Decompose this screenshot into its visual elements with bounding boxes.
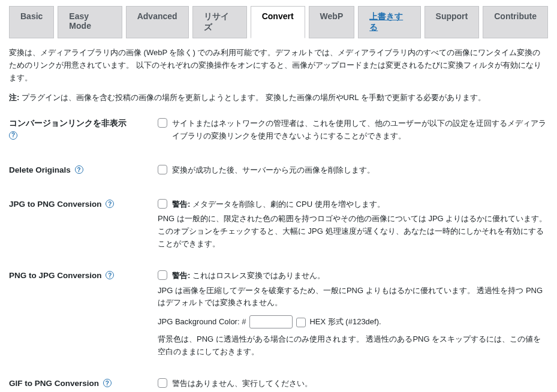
help-icon[interactable]: ? [106, 271, 114, 279]
row-png-to-jpg: PNG to JPG Conversion ? 警告: これはロスレス変換ではあ… [9, 270, 548, 358]
checkbox-text-png-to-jpg: 警告: これはロスレス変換ではありません。 [172, 270, 548, 282]
label-gif-to-png: GIF to PNG Conversion ? [9, 378, 158, 390]
row-hide-conversion-links: コンバージョンリンクを非表示 ? サイトまたはネットワークの管理者は、これを使用… [9, 117, 548, 145]
checkbox-png-to-jpg[interactable] [158, 270, 167, 280]
note-text: 注: プラグインは、画像を含む投稿の画像の場所を更新しようとします。 変換した画… [9, 92, 548, 104]
warn-label-png-to-jpg: 警告: [172, 271, 190, 280]
tab-basic[interactable]: Basic [9, 6, 54, 38]
help-icon[interactable]: ? [9, 131, 17, 140]
label-jpg-to-png: JPG to PNG Conversion ? [9, 198, 158, 210]
bgcolor-label: JPG Background Color: # [158, 316, 246, 328]
desc-jpg-to-png: PNG は一般的に、限定された色の範囲を持つロゴやその他の画像については JPG… [158, 213, 548, 250]
tab-support[interactable]: Support [424, 6, 480, 38]
checkbox-hex-format[interactable] [296, 318, 306, 327]
hex-format-label: HEX 形式 (#123def). [309, 316, 381, 328]
tab-advanced[interactable]: Advanced [126, 6, 189, 38]
label-delete-originals: Delete Originals ? [9, 164, 158, 176]
checkbox-delete-originals[interactable] [158, 165, 167, 174]
label-text-png-to-jpg: PNG to JPG Conversion [9, 271, 102, 280]
bgcolor-input[interactable] [249, 315, 293, 328]
label-text-gif-to-png: GIF to PNG Conversion [9, 379, 99, 388]
label-hide-conversion-links: コンバージョンリンクを非表示 ? [9, 117, 158, 142]
checkbox-jpg-to-png[interactable] [158, 199, 167, 209]
label-text-jpg-to-png: JPG to PNG Conversion [9, 200, 102, 209]
row-gif-to-png: GIF to PNG Conversion ? 警告はありません、実行してくださ… [9, 378, 548, 392]
tab-resize[interactable]: リサイズ [192, 6, 247, 38]
warn-text-jpg-to-png: メタデータを削除し、劇的に CPU 使用を増やします。 [190, 200, 384, 209]
help-icon[interactable]: ? [103, 379, 112, 387]
label-text-hide-links: コンバージョンリンクを非表示 [9, 119, 127, 128]
desc-png-to-jpg: JPG は画像を圧縮してデータを破棄するため、一般にPNG よりもはるかに優れて… [158, 285, 548, 310]
tab-contribute[interactable]: Contribute [483, 6, 548, 38]
bgcolor-desc: 背景色は、PNG に透過性がある場合にのみ使用されます。 透過性のあるPNG を… [158, 333, 548, 358]
tab-overwrite[interactable]: 上書きする [358, 6, 420, 38]
help-icon[interactable]: ? [106, 200, 114, 208]
row-delete-originals: Delete Originals ? 変換が成功した後、サーバーから元の画像を削… [9, 164, 548, 179]
checkbox-text-hide-links: サイトまたはネットワークの管理者は、これを使用して、他のユーザーが以下の設定を迂… [172, 117, 548, 143]
checkbox-text-gif-to-png: 警告はありません、実行してください。 [172, 378, 548, 390]
checkbox-gif-to-png[interactable] [158, 378, 167, 388]
tab-convert[interactable]: Convert [251, 6, 305, 38]
note-body: プラグインは、画像を含む投稿の画像の場所を更新しようとします。 変換した画像の場… [19, 93, 485, 102]
settings-tabs: Basic Easy Mode Advanced リサイズ Convert We… [9, 6, 548, 38]
intro-text: 変換は、メディアライブラリ内の画像 (WebP を除く) でのみ利用可能です。デ… [9, 47, 548, 84]
label-text-delete-originals: Delete Originals [9, 165, 71, 174]
tab-easy-mode[interactable]: Easy Mode [58, 6, 122, 38]
checkbox-hide-conversion-links[interactable] [158, 118, 167, 128]
note-label: 注: [9, 93, 19, 102]
tab-webp[interactable]: WebP [309, 6, 355, 38]
row-jpg-to-png: JPG to PNG Conversion ? 警告: メタデータを削除し、劇的… [9, 198, 548, 251]
checkbox-text-jpg-to-png: 警告: メタデータを削除し、劇的に CPU 使用を増やします。 [172, 198, 548, 211]
warn-text-png-to-jpg: これはロスレス変換ではありません。 [190, 271, 325, 280]
label-png-to-jpg: PNG to JPG Conversion ? [9, 270, 158, 282]
checkbox-text-delete-originals: 変換が成功した後、サーバーから元の画像を削除します。 [172, 164, 548, 177]
warn-label-jpg-to-png: 警告: [172, 200, 190, 209]
help-icon[interactable]: ? [75, 165, 83, 174]
